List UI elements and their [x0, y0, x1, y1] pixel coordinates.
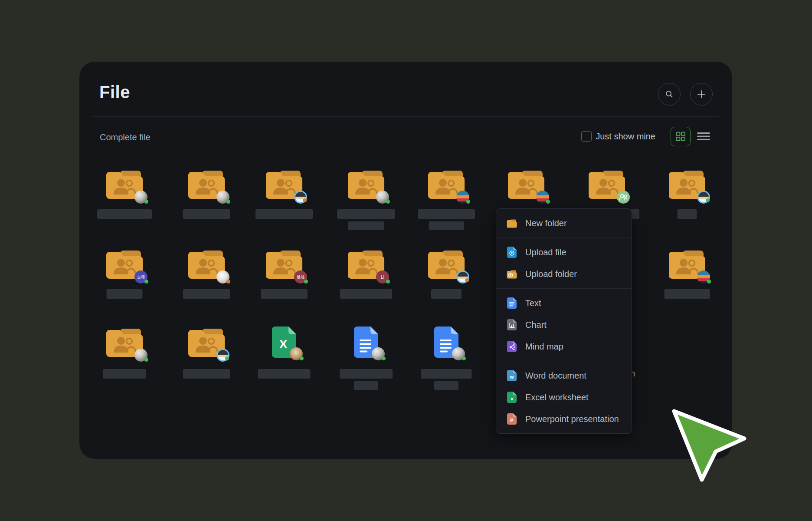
owner-avatar: [376, 191, 389, 204]
file-label-placeholder: [348, 221, 384, 230]
file-label-placeholder: [97, 209, 152, 219]
menu-group: Upload file Upload folder: [496, 237, 632, 288]
file-label-placeholder: [255, 209, 313, 219]
file-label-placeholder: [340, 369, 393, 379]
owner-avatar: [456, 270, 469, 284]
file-icon-wrap: [434, 326, 458, 358]
shared-folder-item[interactable]: [414, 248, 479, 302]
file-icon-wrap: [354, 326, 378, 358]
file-icon-wrap: X: [272, 326, 296, 358]
file-label-placeholder: [183, 289, 230, 299]
owner-avatar: [456, 191, 469, 204]
owner-avatar: [536, 191, 549, 204]
menu-item-label: Upload file: [525, 247, 566, 257]
presence-dot: [225, 356, 229, 360]
file-grid: 志程 世旭 LI: [79, 62, 732, 459]
file-label-placeholder: [418, 209, 475, 219]
shared-folder-item[interactable]: 世旭: [252, 248, 317, 302]
menu-item-chart[interactable]: Chart: [496, 314, 632, 336]
shared-folder-item[interactable]: [655, 248, 720, 302]
shared-folder-item[interactable]: [174, 326, 239, 382]
file-label-placeholder: [337, 209, 395, 219]
menu-item-label: Text: [525, 298, 541, 308]
menu-group: Text Chart Mind map: [496, 288, 632, 361]
presence-dot: [304, 280, 308, 284]
file-icon-wrap: [427, 168, 465, 199]
document-file-item[interactable]: [334, 326, 399, 394]
menu-group: w Word document x Excel worksheet P Powe…: [496, 361, 632, 433]
file-icon-wrap: [265, 168, 303, 199]
ppt-file-icon: P: [507, 413, 517, 425]
owner-avatar: 世旭: [294, 270, 307, 284]
owner-avatar: [372, 347, 385, 360]
shared-folder-item[interactable]: [655, 168, 720, 222]
file-label-placeholder: [340, 289, 392, 299]
file-icon-wrap: [668, 168, 706, 199]
shared-folder-item[interactable]: LI: [334, 248, 399, 302]
menu-item-upload-folder[interactable]: Upload folder: [496, 263, 632, 285]
menu-item-label: New folder: [525, 218, 567, 228]
shared-folder-item[interactable]: [252, 168, 317, 222]
menu-item-upload-file[interactable]: Upload file: [496, 241, 632, 263]
shared-folder-item[interactable]: [414, 168, 479, 234]
presence-dot: [226, 280, 230, 284]
owner-avatar: [697, 191, 710, 204]
shared-folder-item[interactable]: [174, 248, 239, 302]
new-folder-icon: [507, 219, 517, 228]
menu-item-new-folder[interactable]: New folder: [496, 212, 632, 234]
menu-item-excel-worksheet[interactable]: x Excel worksheet: [496, 386, 632, 408]
file-icon-wrap: [507, 168, 545, 199]
presence-dot: [226, 200, 230, 204]
menu-group: New folder: [496, 209, 632, 237]
presence-dot: [465, 278, 469, 282]
file-manager-window: File Complete file Just show mine: [79, 62, 732, 459]
owner-avatar: [216, 349, 229, 362]
owner-avatar: [134, 191, 147, 204]
file-icon-wrap: [105, 326, 144, 357]
members-icon: [618, 191, 629, 203]
file-label-placeholder: [107, 289, 143, 299]
file-label-placeholder: [258, 369, 311, 379]
file-label-placeholder: [103, 369, 146, 379]
menu-item-label: Powerpoint presentation: [525, 414, 619, 424]
menu-item-label: Word document: [525, 371, 586, 381]
presence-dot: [706, 198, 710, 202]
menu-item-mind-map[interactable]: Mind map: [496, 336, 632, 357]
shared-folder-item[interactable]: [92, 326, 157, 382]
menu-item-powerpoint-presentation[interactable]: P Powerpoint presentation: [496, 408, 632, 430]
presence-dot: [144, 280, 148, 284]
file-icon-wrap: [105, 168, 144, 199]
file-icon-wrap: 志程: [105, 248, 144, 279]
avatar-initials: LI: [381, 275, 384, 280]
menu-item-label: Excel worksheet: [525, 392, 589, 402]
file-label-placeholder: [183, 369, 230, 379]
menu-item-text[interactable]: Text: [496, 292, 632, 314]
file-icon-wrap: [347, 168, 385, 199]
owner-avatar: [134, 349, 147, 362]
file-icon-wrap: [668, 248, 706, 279]
file-label-placeholder: [678, 209, 697, 219]
file-label-placeholder: [421, 369, 472, 379]
owner-avatar: [294, 191, 307, 204]
presence-dot: [546, 200, 550, 204]
excel-file-item[interactable]: X: [252, 326, 317, 382]
shared-folder-item[interactable]: [174, 168, 239, 222]
file-label-placeholder: [261, 289, 308, 299]
create-context-menu: New folder Upload file Upload folder Tex…: [496, 208, 632, 434]
shared-folder-item[interactable]: [334, 168, 399, 234]
svg-text:X: X: [279, 337, 288, 351]
avatar-initials: 志程: [137, 274, 145, 280]
svg-text:x: x: [511, 396, 514, 401]
file-label-placeholder: [434, 381, 458, 390]
presence-dot: [382, 356, 386, 360]
file-label-placeholder: [665, 289, 710, 299]
shared-folder-item[interactable]: [92, 168, 157, 222]
menu-item-label: Chart: [525, 320, 547, 330]
presence-dot: [144, 358, 148, 362]
shared-folder-item[interactable]: 志程: [92, 248, 157, 302]
owner-avatar: [617, 191, 630, 204]
presence-dot: [303, 198, 307, 202]
file-icon-wrap: [187, 248, 226, 279]
document-file-item[interactable]: [414, 326, 479, 394]
menu-item-word-document[interactable]: w Word document: [496, 365, 632, 386]
